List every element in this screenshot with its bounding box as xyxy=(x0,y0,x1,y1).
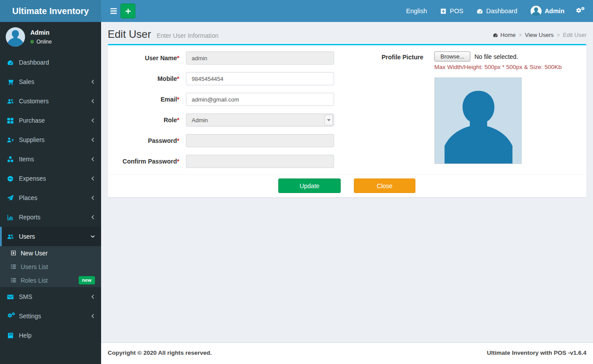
breadcrumb-view-users[interactable]: View Users xyxy=(525,32,554,38)
chevron-down-icon xyxy=(91,234,95,239)
plus-square-icon xyxy=(440,8,447,15)
edit-user-panel: User Name* Mobile* Email* Role* Admin xyxy=(108,44,586,197)
user-plus-icon xyxy=(7,137,19,143)
sidebar-item-help[interactable]: Help xyxy=(0,326,101,345)
sidebar-item-reports[interactable]: Reports xyxy=(0,207,101,227)
form-actions: Update Close xyxy=(108,175,586,197)
sidebar-item-suppliers[interactable]: Suppliers xyxy=(0,130,101,149)
breadcrumb-current: Edit User xyxy=(563,32,586,38)
plus-icon xyxy=(124,7,132,15)
edit-user-form: User Name* Mobile* Email* Role* Admin xyxy=(114,51,347,168)
breadcrumb-separator: > xyxy=(519,32,522,38)
chevron-left-icon xyxy=(91,157,95,161)
sidebar-item-dashboard[interactable]: Dashboard xyxy=(0,53,101,72)
breadcrumb-home[interactable]: Home xyxy=(493,32,516,38)
sidebar-menu: Dashboard Sales Customers Purchase Suppl… xyxy=(0,53,101,345)
nav-dashboard[interactable]: Dashboard xyxy=(470,0,524,22)
nav-language[interactable]: English xyxy=(400,0,434,22)
nav-pos[interactable]: POS xyxy=(433,0,470,22)
cogs-icon xyxy=(7,313,19,320)
users-icon xyxy=(7,233,19,240)
online-status-icon xyxy=(30,40,34,44)
paper-plane-icon xyxy=(7,195,19,201)
page-footer: Copyright © 2020 All rights reserved. Ul… xyxy=(101,342,593,364)
sidebar-user-name: Admin xyxy=(30,29,52,36)
sidebar-user-panel: Admin Online xyxy=(0,22,101,53)
navbar-menu: English POS Dashboard Admin xyxy=(400,0,589,22)
role-label: Role* xyxy=(114,113,186,127)
sidebar-item-users[interactable]: Users xyxy=(0,227,101,246)
email-input[interactable] xyxy=(186,93,334,106)
dashboard-icon xyxy=(493,33,498,38)
list-icon xyxy=(11,264,21,269)
role-selected-value: Admin xyxy=(192,117,208,124)
update-button[interactable]: Update xyxy=(278,178,341,193)
app-logo[interactable]: Ultimate Inventory xyxy=(0,0,101,22)
avatar[interactable] xyxy=(6,27,25,47)
nav-user-menu[interactable]: Admin xyxy=(524,0,571,22)
profile-picture-section: Profile Picture Browse... No file select… xyxy=(382,51,562,168)
chevron-left-icon xyxy=(91,295,95,299)
quick-add-button[interactable] xyxy=(120,4,135,18)
sidebar-item-items[interactable]: Items xyxy=(0,149,101,169)
form-row: Role* Admin xyxy=(114,113,347,127)
nav-settings[interactable] xyxy=(571,0,589,22)
new-badge: new xyxy=(79,276,95,284)
email-label: Email* xyxy=(114,93,186,106)
required-asterisk: * xyxy=(177,137,179,144)
bar-chart-icon xyxy=(7,214,19,221)
book-icon xyxy=(7,332,19,339)
page-subtitle: Enter User Information xyxy=(156,32,218,39)
mobile-label: Mobile* xyxy=(114,72,186,85)
app-title: Ultimate Inventory xyxy=(12,6,89,16)
required-asterisk: * xyxy=(177,75,179,82)
profile-picture-preview xyxy=(434,77,522,164)
sidebar-item-sms[interactable]: SMS xyxy=(0,287,101,306)
browse-button[interactable]: Browse... xyxy=(434,51,470,62)
page-title: Edit User xyxy=(108,28,151,40)
form-row: User Name* xyxy=(114,51,347,65)
sidebar-item-places[interactable]: Places xyxy=(0,188,101,207)
version-text: Ultimate Inventory with POS -v1.6.4 xyxy=(487,349,586,357)
chevron-left-icon xyxy=(91,138,95,142)
sidebar-item-users-list[interactable]: Users List xyxy=(0,260,101,273)
form-row: Mobile* xyxy=(114,72,347,85)
avatar xyxy=(531,6,542,17)
sidebar-item-expenses[interactable]: Expenses xyxy=(0,169,101,188)
confirm-password-label: Confirm Password* xyxy=(114,155,186,168)
profile-picture-label: Profile Picture xyxy=(382,51,434,168)
role-select[interactable]: Admin xyxy=(186,113,334,127)
required-asterisk: * xyxy=(177,55,179,62)
sidebar-toggle-button[interactable] xyxy=(106,0,121,22)
list-icon xyxy=(11,277,21,283)
grid-icon xyxy=(7,117,19,124)
sidebar-item-new-user[interactable]: New User xyxy=(0,246,101,260)
hamburger-icon xyxy=(110,8,117,14)
users-submenu: New User Users List Roles List new xyxy=(0,246,101,287)
chevron-left-icon xyxy=(91,314,95,318)
main-content: Edit User Enter User Information Home > … xyxy=(101,22,593,342)
password-label: Password* xyxy=(114,134,186,147)
sidebar-user-status[interactable]: Online xyxy=(30,39,52,45)
users-icon xyxy=(7,98,19,105)
sidebar-item-settings[interactable]: Settings xyxy=(0,306,101,326)
sidebar-item-roles-list[interactable]: Roles List new xyxy=(0,273,101,287)
breadcrumb: Home > View Users > Edit User xyxy=(493,32,586,38)
select-caret-icon xyxy=(324,115,333,125)
content-header: Edit User Enter User Information Home > … xyxy=(101,22,593,44)
sidebar: Admin Online Dashboard Sales Customers P… xyxy=(0,22,101,364)
mobile-input[interactable] xyxy=(186,72,334,85)
minus-circle-icon xyxy=(7,175,19,182)
username-input[interactable] xyxy=(186,51,334,65)
dashboard-icon xyxy=(477,8,483,15)
confirm-password-input[interactable] xyxy=(186,155,334,168)
sidebar-item-customers[interactable]: Customers xyxy=(0,91,101,111)
sidebar-item-purchase[interactable]: Purchase xyxy=(0,111,101,130)
cart-icon xyxy=(7,79,19,85)
close-button[interactable]: Close xyxy=(354,178,415,193)
upload-hint: Max Width/Height: 500px * 500px & Size: … xyxy=(434,64,562,70)
sidebar-item-sales[interactable]: Sales xyxy=(0,72,101,91)
required-asterisk: * xyxy=(177,96,179,103)
required-asterisk: * xyxy=(177,116,179,124)
password-input[interactable] xyxy=(186,134,334,147)
